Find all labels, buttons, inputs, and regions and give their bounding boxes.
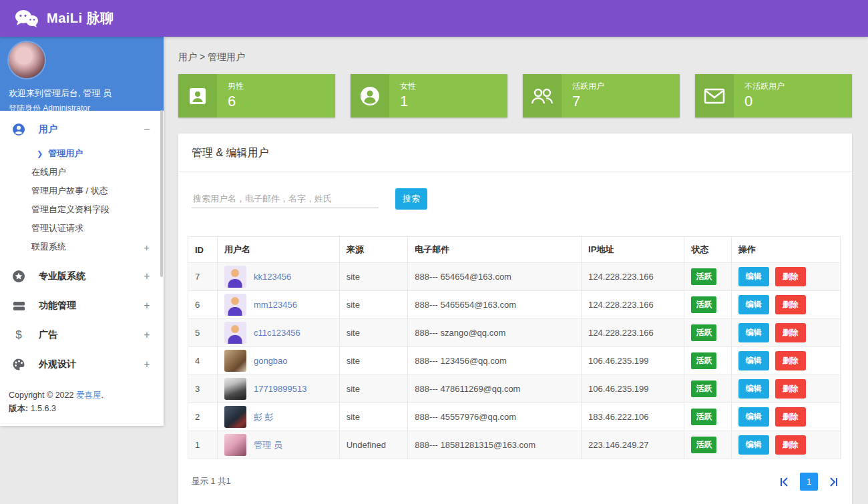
username-link[interactable]: gongbao	[254, 356, 288, 366]
expand-icon[interactable]: +	[142, 270, 152, 282]
status-badge: 活跃	[691, 324, 716, 341]
copyright-line: Copyright © 2022 爱喜屋.	[9, 389, 155, 402]
search-button[interactable]: 搜索	[395, 188, 427, 210]
cell-ip: 124.228.223.166	[582, 263, 684, 291]
delete-button[interactable]: 删除	[775, 267, 806, 286]
stat-card-inactive-users[interactable]: 不活跃用户 0	[695, 74, 852, 117]
stat-card-male[interactable]: 男性 6	[178, 74, 335, 117]
search-input[interactable]	[192, 190, 379, 208]
expand-icon[interactable]: +	[142, 358, 152, 370]
cell-ip: 124.228.223.166	[582, 319, 684, 347]
person-circle-icon	[351, 74, 389, 117]
sidebar-section-ads[interactable]: $ 广告 +	[0, 320, 164, 350]
cell-source: Undefined	[339, 431, 408, 459]
users-table-body: 7kk123456site888--- 654654@163.com124.22…	[188, 263, 841, 459]
menu-item-label: 管理自定义资料字段	[31, 204, 110, 216]
username-link[interactable]: 彭 彭	[254, 411, 274, 423]
vendor-link[interactable]: 爱喜屋	[76, 391, 101, 400]
stat-label: 女性	[400, 81, 416, 92]
sidebar-section-features[interactable]: 功能管理 +	[0, 291, 164, 320]
delete-button[interactable]: 删除	[775, 323, 806, 342]
expand-icon[interactable]: +	[142, 300, 152, 312]
sidebar-item-online-users[interactable]: 在线用户	[0, 163, 164, 182]
cell-email: 888--- 654654@163.com	[408, 263, 582, 291]
cell-source: site	[339, 291, 408, 319]
edit-button[interactable]: 编辑	[738, 351, 769, 370]
version-line: 版本: 1.5.6.3	[9, 402, 155, 415]
cell-ip: 124.228.223.166	[582, 291, 684, 319]
delete-button[interactable]: 删除	[775, 407, 806, 427]
cell-id: 7	[188, 263, 218, 291]
user-avatar	[224, 350, 246, 372]
user-cell: gongbao	[224, 350, 333, 372]
admin-avatar[interactable]	[9, 42, 45, 78]
cell-id: 2	[188, 403, 218, 431]
welcome-text: 欢迎来到管理后台, 管理 员	[9, 87, 155, 99]
chevron-right-icon: ❯	[37, 150, 43, 158]
edit-button[interactable]: 编辑	[738, 323, 769, 342]
cell-ip: 183.46.222.106	[582, 403, 684, 431]
top-header: MaiLi 脉聊	[0, 0, 868, 37]
delete-button[interactable]: 删除	[775, 295, 806, 314]
sidebar-item-user-stories[interactable]: 管理用户故事 / 状态	[0, 182, 164, 200]
cell-ip: 106.46.235.199	[582, 347, 684, 375]
cell-id: 5	[188, 319, 218, 347]
sidebar-section-appearance[interactable]: 外观设计 +	[0, 350, 164, 379]
edit-button[interactable]: 编辑	[738, 379, 769, 399]
edit-button[interactable]: 编辑	[738, 295, 769, 314]
username-link[interactable]: mm123456	[254, 300, 297, 310]
table-row: 7kk123456site888--- 654654@163.com124.22…	[188, 263, 841, 291]
menu-item-label: 在线用户	[31, 166, 66, 178]
sidebar-item-custom-fields[interactable]: 管理自定义资料字段	[0, 200, 164, 219]
sidebar-scrollbar[interactable]	[160, 110, 163, 277]
version-value: 1.5.6.3	[28, 404, 56, 413]
user-avatar	[224, 294, 246, 316]
stat-card-active-users[interactable]: 活跃用户 7	[523, 74, 680, 117]
menu-item-label: 管理用户	[48, 148, 83, 160]
delete-button[interactable]: 删除	[775, 351, 806, 370]
stat-label: 活跃用户	[572, 81, 604, 92]
sidebar-item-verification-requests[interactable]: 管理认证请求	[0, 219, 164, 238]
page-number-button[interactable]: 1	[800, 473, 818, 491]
menu-item-label: 管理认证请求	[31, 222, 83, 234]
edit-button[interactable]: 编辑	[738, 267, 769, 286]
user-avatar	[224, 434, 246, 456]
first-page-icon[interactable]	[779, 477, 790, 487]
sidebar-item-affiliate-system[interactable]: 联盟系统 +	[0, 238, 164, 256]
layers-icon	[12, 299, 25, 312]
sidebar: 欢迎来到管理后台, 管理 员 登陆身份 Administrator 用户 − ❯…	[0, 37, 164, 426]
collapse-icon[interactable]: −	[142, 123, 152, 136]
sidebar-section-pro-system[interactable]: 专业版系统 +	[0, 262, 164, 291]
menu-item-label: 管理用户故事 / 状态	[31, 185, 108, 197]
cell-source: site	[339, 263, 408, 291]
version-label: 版本:	[9, 404, 28, 413]
username-link[interactable]: 17719899513	[254, 384, 307, 394]
cell-source: site	[339, 403, 408, 431]
sidebar-footer: Copyright © 2022 爱喜屋. 版本: 1.5.6.3	[0, 379, 164, 417]
stat-cards: 男性 6 女性 1	[178, 74, 852, 117]
delete-button[interactable]: 删除	[775, 435, 806, 455]
app-title: MaiLi 脉聊	[47, 9, 114, 27]
cell-id: 1	[188, 431, 218, 459]
edit-button[interactable]: 编辑	[738, 407, 769, 427]
username-link[interactable]: kk123456	[254, 272, 291, 282]
sidebar-section-users[interactable]: 用户 −	[0, 115, 164, 144]
last-page-icon[interactable]	[828, 477, 839, 487]
user-circle-icon	[12, 123, 25, 136]
username-link[interactable]: c11c123456	[254, 328, 300, 338]
section-label: 专业版系统	[39, 270, 142, 282]
sidebar-nav: 用户 − ❯ 管理用户 在线用户 管理用户故事 / 状态 管理自定义资料字段 管…	[0, 111, 164, 379]
user-cell: c11c123456	[224, 322, 333, 344]
expand-icon[interactable]: +	[144, 242, 150, 253]
stat-card-female[interactable]: 女性 1	[351, 74, 507, 117]
cell-email: 888--- 18581281315@163.com	[408, 431, 582, 459]
sidebar-welcome: 欢迎来到管理后台, 管理 员 登陆身份 Administrator	[0, 37, 164, 111]
delete-button[interactable]: 删除	[775, 379, 806, 399]
expand-icon[interactable]: +	[142, 329, 152, 341]
username-link[interactable]: 管理 员	[254, 439, 282, 451]
panel-title: 管理 & 编辑用户	[178, 134, 852, 172]
edit-button[interactable]: 编辑	[738, 435, 769, 455]
sidebar-item-manage-users[interactable]: ❯ 管理用户	[0, 144, 164, 163]
table-row: 317719899513site888--- 478611269@qq.com1…	[188, 375, 841, 403]
cell-email: 888--- 5465654@163.com	[408, 291, 582, 319]
